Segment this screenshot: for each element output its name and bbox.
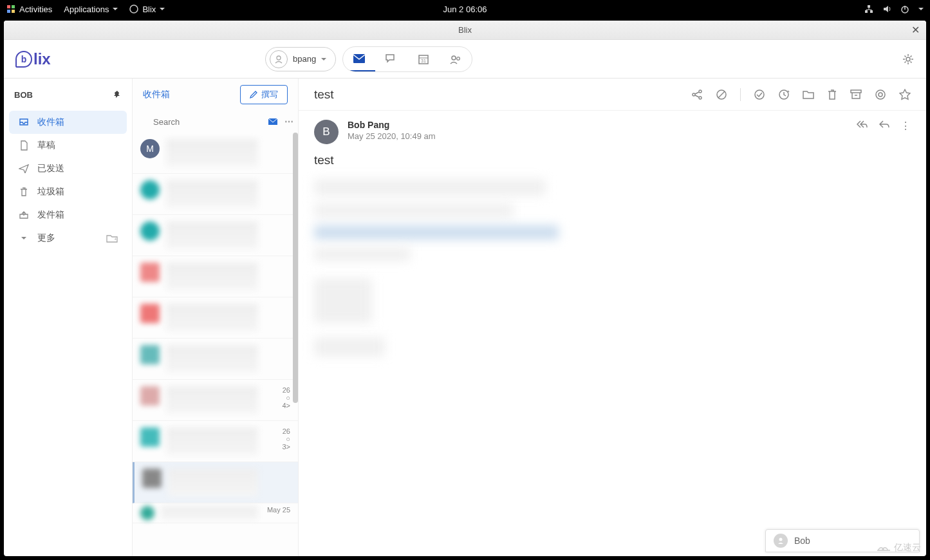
svg-text:31: 31 (421, 59, 426, 63)
pin-icon (113, 90, 122, 99)
message-date (265, 263, 290, 290)
svg-point-15 (452, 56, 456, 60)
spam-button[interactable] (716, 89, 727, 100)
sender-avatar: B (314, 120, 339, 144)
folder-trash[interactable]: 垃圾箱 (4, 180, 132, 203)
applications-menu[interactable]: Applications (64, 5, 118, 14)
message-item[interactable]: M (133, 133, 298, 174)
settings-button[interactable] (902, 53, 915, 66)
logo-mark: b (15, 51, 32, 68)
folder-drafts[interactable]: 草稿 (4, 134, 132, 157)
more-menu-button[interactable]: ⋯ (284, 117, 295, 127)
activities-button[interactable]: Activities (6, 5, 52, 14)
mail-icon (353, 53, 366, 64)
star-button[interactable] (899, 89, 911, 100)
message-meta: 26○4> (265, 386, 290, 414)
message-item[interactable] (133, 215, 298, 256)
check-circle-icon (754, 89, 765, 100)
sidebar-account-header[interactable]: BOB (4, 79, 132, 111)
redacted-content (314, 247, 411, 261)
folder-sent[interactable]: 已发送 (4, 157, 132, 180)
folder-outbox[interactable]: 发件箱 (4, 203, 132, 227)
network-icon[interactable] (864, 5, 873, 14)
compose-button[interactable]: 撰写 (240, 85, 288, 104)
calendar-tab[interactable]: 31 (407, 47, 440, 71)
message-date: May 25 (265, 506, 290, 520)
clock[interactable]: Jun 2 06:06 (443, 5, 487, 14)
unread-filter-icon[interactable] (268, 118, 278, 126)
app-label: Blix (142, 5, 156, 14)
chat-widget[interactable]: Bob (765, 529, 920, 552)
view-switcher: 31 (342, 46, 472, 72)
message-item[interactable]: 26○3> (133, 421, 298, 462)
svg-text:+: + (114, 236, 117, 242)
chevron-down-icon (18, 237, 30, 239)
message-item[interactable]: May 25 (133, 503, 298, 523)
svg-point-22 (693, 93, 695, 96)
chevron-down-icon (321, 58, 326, 61)
share-button[interactable] (691, 89, 703, 100)
window-close-button[interactable]: ✕ (911, 24, 920, 36)
folder-label: 草稿 (37, 140, 55, 151)
message-date (265, 304, 290, 331)
contacts-icon (449, 54, 462, 64)
message-item[interactable] (133, 339, 298, 380)
archive-icon (850, 89, 862, 100)
applications-label: Applications (64, 5, 109, 14)
redacted-content (314, 179, 546, 196)
avatar (140, 221, 160, 241)
redacted-content (314, 203, 514, 218)
message-list-pane: 收件箱 撰写 ⋯ M (133, 79, 299, 556)
app-logo: blix (15, 50, 51, 68)
delete-button[interactable] (827, 89, 837, 100)
message-date (265, 180, 290, 208)
folder-more[interactable]: 更多 + (4, 227, 132, 250)
message-item-selected[interactable] (133, 462, 298, 503)
message-item[interactable] (133, 256, 298, 297)
folder-inbox[interactable]: 收件箱 (9, 111, 127, 134)
redacted-content (314, 278, 372, 323)
svg-rect-1 (12, 5, 15, 8)
svg-point-31 (879, 93, 882, 97)
search-input[interactable] (153, 117, 261, 127)
mark-unread-button[interactable] (875, 89, 886, 100)
move-button[interactable] (803, 89, 814, 100)
mail-tab[interactable] (343, 47, 375, 71)
chevron-down-icon[interactable] (918, 8, 924, 10)
reply-button[interactable] (879, 120, 890, 132)
svg-point-32 (779, 538, 783, 541)
avatar (140, 345, 160, 364)
message-item[interactable] (133, 174, 298, 215)
chat-name: Bob (794, 536, 810, 546)
chat-tab[interactable] (375, 47, 407, 71)
svg-point-27 (755, 90, 764, 99)
power-icon[interactable] (900, 5, 909, 14)
app-toolbar: blix bpang 31 (4, 40, 926, 79)
scrollbar-thumb[interactable] (293, 133, 298, 403)
svg-rect-5 (865, 10, 868, 13)
message-subject: test (314, 88, 334, 102)
message-more-button[interactable]: ⋮ (900, 120, 911, 132)
contacts-tab[interactable] (440, 47, 472, 71)
reply-all-button[interactable] (855, 120, 868, 132)
window-titlebar[interactable]: Blix ✕ (4, 21, 926, 40)
trash-icon (827, 89, 837, 100)
inbox-icon (18, 118, 30, 127)
sender-name: Bob Pang (348, 120, 436, 130)
chat-avatar-icon (774, 534, 788, 548)
svg-point-30 (876, 90, 885, 99)
pin-button[interactable] (113, 90, 122, 99)
app-menu[interactable]: Blix (129, 5, 165, 14)
message-item[interactable] (133, 297, 298, 339)
snooze-button[interactable] (778, 89, 790, 100)
message-item[interactable]: 26○4> (133, 380, 298, 421)
volume-icon[interactable] (882, 5, 891, 14)
avatar (140, 427, 160, 447)
archive-button[interactable] (850, 89, 862, 100)
message-list[interactable]: M 26○4> 26○3> May 25 (133, 133, 298, 556)
account-switcher[interactable]: bpang (265, 47, 336, 71)
chevron-down-icon (160, 8, 165, 10)
add-folder-icon[interactable]: + (106, 234, 118, 243)
mark-done-button[interactable] (754, 89, 765, 100)
circle-icon (875, 89, 886, 100)
